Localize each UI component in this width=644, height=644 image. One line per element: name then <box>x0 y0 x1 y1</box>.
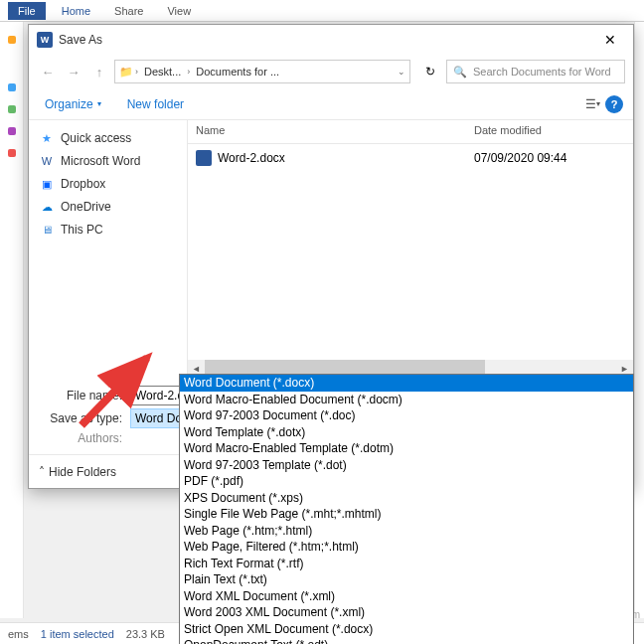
tab-share[interactable]: Share <box>102 2 155 20</box>
dropdown-option[interactable]: Rich Text Format (*.rtf) <box>180 556 633 572</box>
tree-label: OneDrive <box>61 200 111 214</box>
tree-item[interactable]: ★Quick access <box>33 127 183 149</box>
close-button[interactable]: ✕ <box>595 25 625 55</box>
chevron-up-icon: ˄ <box>39 465 45 479</box>
dropdown-option[interactable]: Word XML Document (*.xml) <box>180 588 633 605</box>
file-name: Word-2.docx <box>218 151 285 165</box>
chevron-right-icon: › <box>187 67 190 77</box>
content-area: ★Quick accessWMicrosoft Word▣Dropbox☁One… <box>29 120 633 377</box>
dialog-title: Save As <box>59 33 595 47</box>
dropdown-option[interactable]: Strict Open XML Document (*.docx) <box>180 621 633 638</box>
status-items: ems <box>8 628 29 640</box>
organize-button[interactable]: Organize▾ <box>39 93 107 115</box>
refresh-button[interactable]: ↻ <box>418 60 442 83</box>
hide-folders-button[interactable]: ˄ Hide Folders <box>39 465 116 479</box>
tree-item[interactable]: 🖥This PC <box>33 219 183 241</box>
tree-item[interactable]: WMicrosoft Word <box>33 150 183 172</box>
breadcrumb-seg-2[interactable]: Documents for ... <box>192 66 283 78</box>
dropdown-option[interactable]: Web Page (*.htm;*.html) <box>180 523 633 540</box>
status-size: 23.3 KB <box>126 628 165 640</box>
tree-icon: ★ <box>39 130 55 146</box>
help-button[interactable]: ? <box>605 95 623 113</box>
file-list: Name Date modified Word-2.docx 07/09/202… <box>188 120 633 377</box>
dropdown-option[interactable]: Word Macro-Enabled Template (*.dotm) <box>180 440 633 457</box>
dropdown-option[interactable]: Word Template (*.dotx) <box>180 424 633 441</box>
chevron-down-icon[interactable]: ⌄ <box>398 67 405 77</box>
tree-item[interactable]: ☁OneDrive <box>33 196 183 218</box>
file-date: 07/09/2020 09:44 <box>466 147 574 169</box>
authors-label: Authors: <box>39 431 130 445</box>
word-icon: W <box>37 32 53 48</box>
dropdown-option[interactable]: Plain Text (*.txt) <box>180 571 633 588</box>
tree-label: Quick access <box>61 131 131 145</box>
chevron-right-icon: › <box>135 67 138 77</box>
tree-label: This PC <box>61 223 103 237</box>
dropdown-option[interactable]: Word 97-2003 Template (*.dot) <box>180 457 633 474</box>
search-placeholder: Search Documents for Word <box>473 66 611 78</box>
tree-item[interactable]: ▣Dropbox <box>33 173 183 195</box>
background-sidebar <box>0 22 24 618</box>
tab-home[interactable]: Home <box>50 2 102 20</box>
new-folder-button[interactable]: New folder <box>121 93 190 115</box>
view-options-button[interactable]: ☰▾ <box>579 93 605 115</box>
nav-back-icon[interactable]: ← <box>37 61 59 82</box>
nav-up-icon[interactable]: ↑ <box>88 61 110 82</box>
dropdown-option[interactable]: Word Document (*.docx) <box>180 375 633 392</box>
dropdown-option[interactable]: Web Page, Filtered (*.htm;*.html) <box>180 539 633 556</box>
titlebar: W Save As ✕ <box>29 25 633 55</box>
ribbon: File Home Share View <box>0 0 644 22</box>
column-name[interactable]: Name <box>188 120 466 143</box>
file-row[interactable]: Word-2.docx 07/09/2020 09:44 <box>188 144 633 172</box>
chevron-down-icon: ▾ <box>97 99 101 108</box>
tree-label: Microsoft Word <box>61 154 140 168</box>
tree-icon: ▣ <box>39 176 55 192</box>
breadcrumb[interactable]: 📁 › Deskt... › Documents for ... ⌄ <box>114 60 410 83</box>
dropdown-option[interactable]: Word 97-2003 Document (*.doc) <box>180 407 633 424</box>
background-right <box>634 22 644 618</box>
savetype-dropdown[interactable]: Word Document (*.docx)Word Macro-Enabled… <box>179 374 634 644</box>
dropdown-option[interactable]: PDF (*.pdf) <box>180 473 633 490</box>
nav-forward-icon[interactable]: → <box>63 61 84 82</box>
folder-icon: 📁 <box>119 66 133 79</box>
tree-label: Dropbox <box>61 177 105 191</box>
tab-file[interactable]: File <box>8 2 46 20</box>
docx-icon <box>196 150 212 166</box>
status-selected: 1 item selected <box>41 628 114 640</box>
tree-icon: 🖥 <box>39 222 55 238</box>
tab-view[interactable]: View <box>155 2 203 20</box>
toolbar: Organize▾ New folder ☰▾ ? <box>29 88 633 120</box>
dropdown-option[interactable]: Word 2003 XML Document (*.xml) <box>180 604 633 621</box>
tree-icon: ☁ <box>39 199 55 215</box>
savetype-label: Save as type: <box>39 411 130 425</box>
column-date[interactable]: Date modified <box>466 120 550 143</box>
dropdown-option[interactable]: XPS Document (*.xps) <box>180 490 633 507</box>
dropdown-option[interactable]: Single File Web Page (*.mht;*.mhtml) <box>180 506 633 523</box>
tree-icon: W <box>39 153 55 169</box>
navigation-tree: ★Quick accessWMicrosoft Word▣Dropbox☁One… <box>29 120 188 377</box>
search-input[interactable]: 🔍 Search Documents for Word <box>446 60 625 83</box>
search-icon: 🔍 <box>453 66 467 79</box>
breadcrumb-seg-1[interactable]: Deskt... <box>140 66 185 78</box>
dropdown-option[interactable]: Word Macro-Enabled Document (*.docm) <box>180 392 633 408</box>
nav-toolbar: ← → ↑ 📁 › Deskt... › Documents for ... ⌄… <box>29 55 633 88</box>
column-headers: Name Date modified <box>188 120 633 144</box>
filename-label: File name: <box>39 389 130 402</box>
dropdown-option[interactable]: OpenDocument Text (*.odt) <box>180 637 633 644</box>
